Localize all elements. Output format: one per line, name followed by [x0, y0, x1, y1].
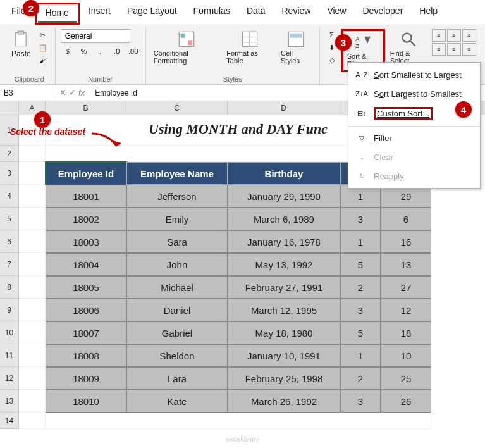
- find-select-button[interactable]: Find & Select: [388, 29, 429, 66]
- align-bottom-center[interactable]: ≡: [447, 43, 461, 56]
- row-hdr-5[interactable]: 5: [0, 208, 19, 230]
- paste-button[interactable]: Paste: [9, 29, 34, 59]
- cell-D13[interactable]: March 26, 1992: [228, 390, 340, 413]
- cell-D11[interactable]: January 10, 1991: [228, 344, 340, 367]
- name-box[interactable]: B3: [0, 87, 54, 99]
- row-hdr-11[interactable]: 11: [0, 344, 19, 367]
- cell-B7[interactable]: 18004: [46, 253, 126, 276]
- cell-B11[interactable]: 18008: [46, 344, 126, 367]
- tab-help[interactable]: Help: [412, 3, 445, 25]
- cell-E13[interactable]: 3: [340, 390, 381, 413]
- conditional-formatting-button[interactable]: Conditional Formatting: [151, 29, 222, 66]
- row-hdr-12[interactable]: 12: [0, 367, 19, 390]
- cell-A11[interactable]: [19, 344, 46, 367]
- cell-F7[interactable]: 13: [381, 253, 431, 276]
- col-B[interactable]: B: [46, 101, 126, 115]
- cell-B5[interactable]: 18002: [46, 208, 126, 230]
- cell-E11[interactable]: 1: [340, 344, 381, 367]
- cell-D10[interactable]: May 18, 1980: [228, 321, 340, 344]
- cell-E8[interactable]: 2: [340, 276, 381, 299]
- row-hdr-2[interactable]: 2: [0, 146, 19, 162]
- cell-C4[interactable]: Jefferson: [126, 185, 228, 208]
- format-painter-button[interactable]: 🖌: [36, 54, 50, 66]
- cell-B12[interactable]: 18009: [46, 367, 126, 390]
- cell-A12[interactable]: [19, 367, 46, 390]
- cell-C10[interactable]: Gabriel: [126, 321, 228, 344]
- header-employee-id[interactable]: Employee Id: [46, 162, 126, 185]
- number-format-select[interactable]: [61, 29, 130, 43]
- row-hdr-10[interactable]: 10: [0, 321, 19, 344]
- header-employee-name[interactable]: Employee Name: [126, 162, 228, 185]
- cell-C11[interactable]: Sheldon: [126, 344, 228, 367]
- select-all-corner[interactable]: [0, 101, 19, 115]
- dec-decimal-button[interactable]: .00: [126, 46, 140, 57]
- cell-F13[interactable]: 26: [381, 390, 431, 413]
- cell-C12[interactable]: Lara: [126, 367, 228, 390]
- cell-B9[interactable]: 18006: [46, 299, 126, 321]
- cell-F5[interactable]: 6: [381, 208, 431, 230]
- row-hdr-4[interactable]: 4: [0, 185, 19, 208]
- tab-home[interactable]: Home: [38, 4, 77, 23]
- cancel-icon[interactable]: ✕: [59, 88, 66, 97]
- cell-A8[interactable]: [19, 276, 46, 299]
- cell-D12[interactable]: February 25, 1998: [228, 367, 340, 390]
- cell-A3[interactable]: [19, 162, 46, 185]
- cell-B6[interactable]: 18003: [46, 230, 126, 253]
- cell-F10[interactable]: 18: [381, 321, 431, 344]
- format-as-table-button[interactable]: Format as Table: [224, 29, 276, 66]
- cell-E10[interactable]: 5: [340, 321, 381, 344]
- cell-A13[interactable]: [19, 390, 46, 413]
- cell-D4[interactable]: January 29, 1990: [228, 185, 340, 208]
- col-D[interactable]: D: [228, 101, 340, 115]
- row-hdr-9[interactable]: 9: [0, 299, 19, 321]
- cell-E6[interactable]: 1: [340, 230, 381, 253]
- cell-F8[interactable]: 27: [381, 276, 431, 299]
- cell-C13[interactable]: Kate: [126, 390, 228, 413]
- tab-page-layout[interactable]: Page Layout: [120, 3, 185, 25]
- align-top-center[interactable]: ≡: [447, 29, 461, 42]
- align-top-right[interactable]: ≡: [462, 29, 476, 42]
- cell-A7[interactable]: [19, 253, 46, 276]
- cell-B14[interactable]: [46, 413, 431, 429]
- cell-E9[interactable]: 3: [340, 299, 381, 321]
- cell-B4[interactable]: 18001: [46, 185, 126, 208]
- cell-F9[interactable]: 12: [381, 299, 431, 321]
- tab-insert[interactable]: Insert: [81, 3, 118, 25]
- header-birthday[interactable]: Birthday: [228, 162, 340, 185]
- cell-styles-button[interactable]: Cell Styles: [278, 29, 314, 66]
- cell-F12[interactable]: 25: [381, 367, 431, 390]
- cell-B13[interactable]: 18010: [46, 390, 126, 413]
- cell-E12[interactable]: 2: [340, 367, 381, 390]
- cell-C8[interactable]: Michael: [126, 276, 228, 299]
- cell-D7[interactable]: May 13, 1992: [228, 253, 340, 276]
- cell-C9[interactable]: Daniel: [126, 299, 228, 321]
- cell-B8[interactable]: 18005: [46, 276, 126, 299]
- row-hdr-6[interactable]: 6: [0, 230, 19, 253]
- tab-formulas[interactable]: Formulas: [186, 3, 238, 25]
- currency-button[interactable]: $: [61, 46, 75, 57]
- cell-A5[interactable]: [19, 208, 46, 230]
- cell-E7[interactable]: 5: [340, 253, 381, 276]
- cell-C5[interactable]: Emily: [126, 208, 228, 230]
- cell-D8[interactable]: February 27, 1991: [228, 276, 340, 299]
- tab-review[interactable]: Review: [274, 3, 319, 25]
- cell-B10[interactable]: 18007: [46, 321, 126, 344]
- cell-F11[interactable]: 10: [381, 344, 431, 367]
- cut-button[interactable]: ✂: [36, 29, 50, 40]
- cell-A14[interactable]: [19, 413, 46, 429]
- row-hdr-3[interactable]: 3: [0, 162, 19, 185]
- percent-button[interactable]: %: [77, 46, 91, 57]
- cell-A10[interactable]: [19, 321, 46, 344]
- cell-D9[interactable]: March 12, 1995: [228, 299, 340, 321]
- row-hdr-8[interactable]: 8: [0, 276, 19, 299]
- dd-sort-asc[interactable]: A↓Z Sort Smallest to Largest: [348, 65, 480, 84]
- clear-button[interactable]: ◇: [325, 54, 339, 66]
- fx-icon[interactable]: fx: [78, 88, 85, 97]
- comma-button[interactable]: ,: [94, 46, 107, 57]
- cell-A9[interactable]: [19, 299, 46, 321]
- cell-E5[interactable]: 3: [340, 208, 381, 230]
- enter-icon[interactable]: ✓: [69, 88, 76, 97]
- tab-developer[interactable]: Developer: [355, 3, 411, 25]
- cell-D6[interactable]: January 16, 1978: [228, 230, 340, 253]
- cell-A4[interactable]: [19, 185, 46, 208]
